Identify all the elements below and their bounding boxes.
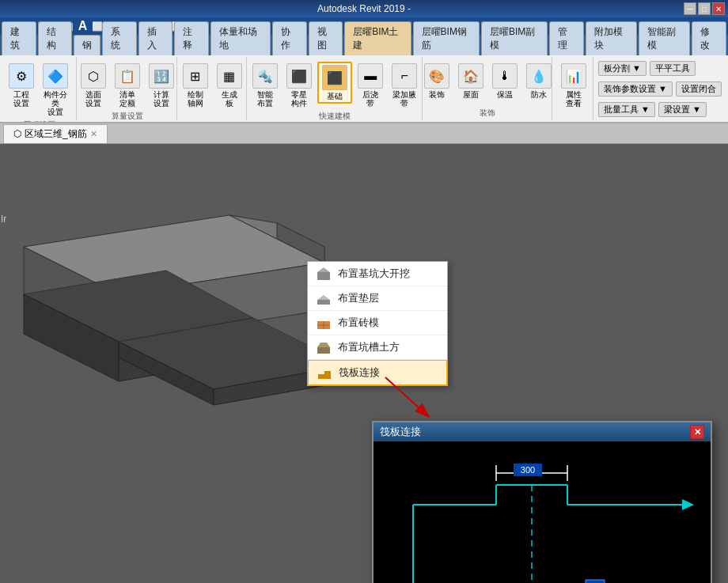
main-canvas: 布置基坑大开挖 布置垫层 布置砖模 布置坑槽土方 <box>0 144 728 583</box>
title-bar: Autodesk Revit 2019 - ─ □ ✕ <box>0 0 728 17</box>
ribbon-group-轴网: ⊞ 绘制轴网 ▦ 生成板 <box>179 57 247 120</box>
btn-板分割[interactable]: 板分割 ▼ <box>598 61 646 76</box>
ribbon-right-row2: 装饰参数设置 ▼ 设置闭合 <box>598 81 722 97</box>
dialog-title-bar: 筏板连接 ✕ <box>373 422 711 441</box>
tab-结构[interactable]: 结构 <box>38 21 73 55</box>
btn-智能布置[interactable]: 🔩 智能布置 <box>249 62 281 109</box>
tab-层曜BIM钢筋[interactable]: 层曜BIM钢筋 <box>413 21 480 55</box>
tab-注释[interactable]: 注释 <box>174 21 209 55</box>
tab-体量和场地[interactable]: 体量和场地 <box>210 21 271 55</box>
tab-修改[interactable]: 修改 <box>692 21 726 55</box>
ribbon-buttons-轴网: ⊞ 绘制轴网 ▦ 生成板 <box>180 59 245 117</box>
btn-选面设置-label: 选面设置 <box>85 90 101 108</box>
svg-line-25 <box>385 377 429 417</box>
btn-批量工具[interactable]: 批量工具 ▼ <box>598 102 655 117</box>
menu-item-布置基坑大开挖[interactable]: 布置基坑大开挖 <box>308 262 447 286</box>
view-tab-close[interactable]: ✕ <box>90 129 97 139</box>
dialog-close-button[interactable]: ✕ <box>690 425 704 439</box>
btn-基础-label: 基础 <box>327 92 343 100</box>
app-title: Autodesk Revit 2019 - <box>317 3 411 14</box>
view-tabs-bar: ⬡ 区域三维_钢筋 ✕ <box>0 123 728 144</box>
menu-item-布置砖模-label: 布置砖模 <box>338 316 379 330</box>
ribbon-buttons-装饰: 🎨 装饰 🏠 屋面 🌡 保温 💧 防水 <box>421 59 555 106</box>
svg-rect-22 <box>324 371 331 379</box>
menu-item-布置基坑大开挖-label: 布置基坑大开挖 <box>338 267 410 281</box>
tab-钢[interactable]: 钢 <box>74 35 100 55</box>
btn-平平工具[interactable]: 平平工具 <box>650 61 696 76</box>
dialog-cad-canvas: 300 <box>373 441 711 583</box>
btn-选面设置[interactable]: ⬡ 选面设置 <box>78 62 109 109</box>
btn-梁设置[interactable]: 梁设置 ▼ <box>658 102 707 117</box>
menu-item-布置垫层-icon <box>316 290 332 306</box>
tab-插入[interactable]: 插入 <box>138 21 173 55</box>
tab-层曜BIM副模[interactable]: 层曜BIM副模 <box>481 21 548 55</box>
dialog-title: 筏板连接 <box>380 425 421 439</box>
梁加腋带-icon: ⌐ <box>392 63 417 89</box>
btn-生成板-label: 生成板 <box>222 90 237 108</box>
btn-零星构件[interactable]: ⬛ 零星构件 <box>283 62 315 109</box>
maximize-btn[interactable]: □ <box>698 2 711 15</box>
btn-生成板[interactable]: ▦ 生成板 <box>214 62 245 109</box>
btn-工程设置[interactable]: ⚙ 工程设置 <box>7 62 36 109</box>
btn-计算设置-label: 计算设置 <box>154 90 169 108</box>
后浇带-icon: ▬ <box>358 63 383 89</box>
btn-基础[interactable]: ⬛ 基础 <box>317 62 352 104</box>
btn-计算设置[interactable]: 🔢 计算设置 <box>146 62 177 109</box>
btn-屋面[interactable]: 🏠 屋面 <box>455 62 487 100</box>
tab-附加模块[interactable]: 附加模块 <box>586 21 637 55</box>
svg-rect-21 <box>318 374 324 379</box>
生成板-icon: ▦ <box>217 63 242 89</box>
view-tab-label: 区域三维_钢筋 <box>25 127 87 141</box>
svg-rect-19 <box>317 347 330 354</box>
ribbon-buttons-算量设置: ⬡ 选面设置 📋 清单定额 🔢 计算设置 <box>78 59 177 109</box>
btn-梁加腋带-label: 梁加腋带 <box>392 90 416 108</box>
btn-装饰-label: 装饰 <box>429 90 445 99</box>
menu-item-布置砖模[interactable]: 布置砖模 <box>308 311 447 335</box>
ribbon-right-row3: 批量工具 ▼ 梁设置 ▼ <box>598 102 722 117</box>
ribbon-panel: ⚙ 工程设置 🔷 构件分类设置 工程设置 ⬡ 选面设置 📋 清单定额 🔢 计算设… <box>0 55 728 123</box>
btn-防水-label: 防水 <box>531 90 547 99</box>
btn-保温[interactable]: 🌡 保温 <box>489 62 521 100</box>
tab-系统[interactable]: 系统 <box>102 21 137 55</box>
tab-协作[interactable]: 协作 <box>272 21 307 55</box>
menu-item-布置基坑大开挖-icon <box>316 266 332 282</box>
btn-梁加腋带[interactable]: ⌐ 梁加腋带 <box>389 62 420 109</box>
btn-清单定额[interactable]: 📋 清单定额 <box>112 62 143 109</box>
屋面-icon: 🏠 <box>458 63 483 89</box>
close-btn[interactable]: ✕ <box>712 2 725 15</box>
btn-装饰[interactable]: 🎨 装饰 <box>421 62 453 100</box>
tab-建筑[interactable]: 建筑 <box>2 21 36 55</box>
装饰-icon: 🎨 <box>424 63 449 89</box>
sidebar-label-ir: Ir <box>1 214 6 225</box>
属性查看-icon: 📊 <box>561 63 586 89</box>
view-tab-区域三维_钢筋[interactable]: ⬡ 区域三维_钢筋 ✕ <box>3 124 108 143</box>
tab-视图[interactable]: 视图 <box>309 21 343 55</box>
选面设置-icon: ⬡ <box>81 63 106 89</box>
dropdown-menu: 布置基坑大开挖 布置垫层 布置砖模 布置坑槽土方 <box>307 261 448 386</box>
ribbon-buttons-属性: 📊 属性查看 <box>558 59 590 117</box>
menu-item-布置垫层[interactable]: 布置垫层 <box>308 286 447 311</box>
btn-构件分类设置-label: 构件分类设置 <box>41 90 70 116</box>
btn-智能布置-label: 智能布置 <box>257 90 273 108</box>
防水-icon: 💧 <box>526 63 552 89</box>
svg-marker-15 <box>317 295 330 300</box>
btn-设置闭合[interactable]: 设置闭合 <box>676 81 722 97</box>
menu-item-布置砖模-icon <box>316 315 332 331</box>
btn-防水[interactable]: 💧 防水 <box>523 62 555 100</box>
tab-层曜BIM土建[interactable]: 层曜BIM土建 <box>344 21 411 55</box>
tab-智能副模[interactable]: 智能副模 <box>639 21 690 55</box>
btn-后浇带[interactable]: ▬ 后浇带 <box>355 62 386 109</box>
minimize-btn[interactable]: ─ <box>684 2 696 15</box>
tab-管理[interactable]: 管理 <box>549 21 584 55</box>
svg-marker-13 <box>317 267 330 272</box>
btn-绘制轴网[interactable]: ⊞ 绘制轴网 <box>180 62 211 109</box>
btn-装饰参数设置[interactable]: 装饰参数设置 ▼ <box>598 81 673 97</box>
btn-属性查看[interactable]: 📊 属性查看 <box>558 62 590 109</box>
group-label-快速建模: 快速建模 <box>319 109 351 122</box>
btn-零星构件-label: 零星构件 <box>291 90 307 108</box>
计算设置-icon: 🔢 <box>149 63 174 89</box>
menu-item-布置坑槽土方[interactable]: 布置坑槽土方 <box>308 335 447 360</box>
qa-text[interactable]: A <box>77 19 89 33</box>
menu-item-布置垫层-label: 布置垫层 <box>338 291 379 305</box>
btn-构件分类设置[interactable]: 🔷 构件分类设置 <box>38 62 73 118</box>
